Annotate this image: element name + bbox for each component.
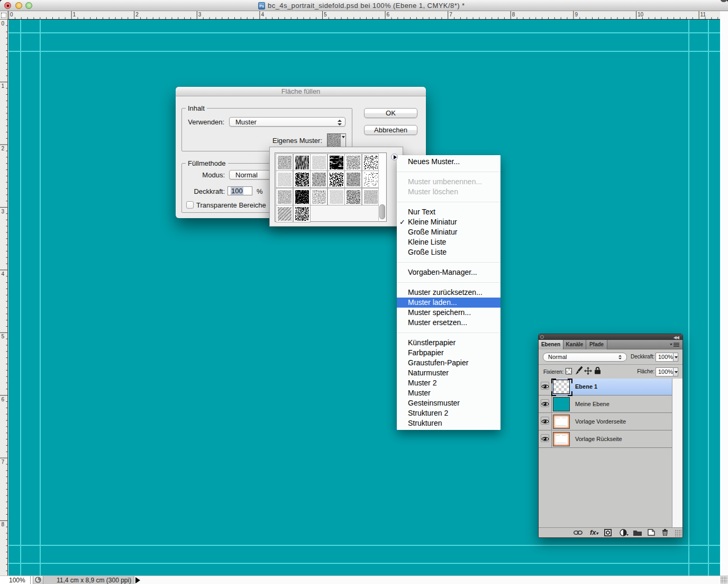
svg-text:5: 5	[324, 12, 327, 17]
svg-text:4: 4	[261, 12, 264, 17]
svg-text:7: 7	[2, 459, 5, 465]
svg-text:10: 10	[638, 12, 644, 17]
svg-text:8: 8	[512, 12, 515, 17]
svg-text:4: 4	[2, 271, 5, 277]
svg-text:0: 0	[2, 21, 5, 26]
svg-text:5: 5	[2, 334, 5, 339]
svg-text:7: 7	[449, 12, 452, 17]
svg-text:8: 8	[2, 522, 5, 527]
svg-text:2: 2	[2, 146, 5, 151]
svg-text:1: 1	[2, 83, 5, 89]
svg-text:0: 0	[10, 12, 13, 17]
svg-text:1: 1	[73, 12, 76, 17]
svg-text:3: 3	[198, 12, 202, 17]
svg-text:6: 6	[2, 397, 5, 402]
svg-text:11: 11	[700, 12, 706, 17]
svg-text:3: 3	[2, 209, 5, 214]
svg-text:2: 2	[135, 12, 139, 17]
svg-text:9: 9	[575, 12, 578, 17]
svg-text:6: 6	[387, 12, 390, 17]
